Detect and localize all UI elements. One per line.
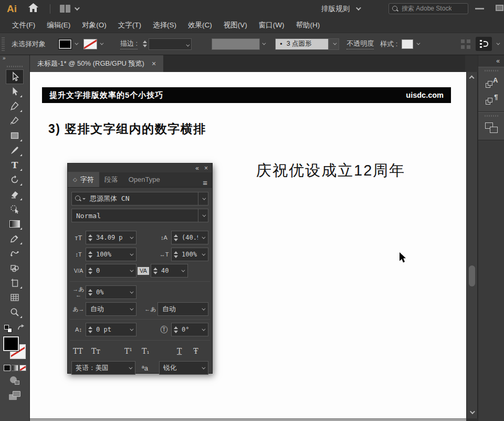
horizontal-scale-field[interactable]: 100%: [171, 248, 208, 261]
tracking-stepper[interactable]: [151, 268, 159, 274]
home-icon[interactable]: [28, 3, 38, 14]
paintbrush-tool[interactable]: [6, 143, 24, 158]
aki-right-dropdown[interactable]: 自动: [158, 302, 208, 316]
zoom-tool[interactable]: [6, 305, 24, 320]
gradient-button[interactable]: [12, 365, 18, 371]
window-minimize-button[interactable]: [475, 8, 484, 9]
horizontal-scale-dropdown-button[interactable]: [198, 248, 208, 261]
vertical-scale-dropdown-button[interactable]: [126, 248, 136, 261]
blend-tool[interactable]: [6, 246, 24, 261]
aki-left-dropdown-button[interactable]: [126, 303, 136, 315]
curvature-tool[interactable]: [6, 114, 24, 128]
control-bar-grip[interactable]: [2, 37, 5, 51]
anti-aliasing-dropdown-button[interactable]: [198, 362, 208, 374]
toolbar-grip[interactable]: [7, 66, 23, 67]
document-tab[interactable]: 未标题-1* @ 50% (RGB/GPU 预览) ×: [30, 55, 163, 72]
artboard-tool[interactable]: [6, 275, 24, 290]
fill-stroke-indicator[interactable]: [3, 336, 26, 361]
horizontal-scale-stepper[interactable]: [172, 251, 180, 258]
stroke-weight-dropdown[interactable]: [149, 38, 192, 50]
horizontal-scrollbar[interactable]: [30, 418, 466, 421]
style-swatch[interactable]: [402, 39, 413, 49]
baseline-shift-dropdown-button[interactable]: [126, 323, 136, 336]
proportional-spacing-field[interactable]: 0%: [86, 285, 136, 299]
rotate-tool[interactable]: [6, 172, 24, 187]
character-rotation-field[interactable]: 0°: [171, 323, 208, 336]
close-tab-icon[interactable]: ×: [152, 59, 156, 68]
font-size-dropdown-button[interactable]: [126, 231, 136, 244]
vertical-scrollbar[interactable]: [466, 72, 478, 418]
menu-view[interactable]: 视图(V): [218, 20, 253, 30]
eyedropper-tool[interactable]: [6, 231, 24, 246]
stroke-weight-stepper[interactable]: [141, 40, 149, 47]
gradient-tool[interactable]: [6, 217, 24, 231]
tab-opentype[interactable]: OpenType: [123, 172, 165, 187]
shape-builder-tool[interactable]: [6, 202, 24, 217]
baseline-shift-stepper[interactable]: [86, 326, 94, 333]
fill-color-control[interactable]: [58, 39, 77, 49]
tracking-field[interactable]: 40: [151, 264, 188, 278]
character-panel[interactable]: « × ◇ 字符 段落 OpenType ≡ 思源黑体 CN Normal ᴛT: [67, 163, 213, 374]
anti-aliasing-dropdown[interactable]: 锐化: [159, 361, 208, 375]
default-fill-stroke-button[interactable]: [4, 325, 12, 333]
leading-field[interactable]: (40.91: [171, 231, 208, 244]
panel-menu-icon[interactable]: ≡: [198, 178, 212, 187]
shape-tools-group[interactable]: [6, 261, 24, 275]
font-family-field[interactable]: 思源黑体 CN: [71, 192, 208, 206]
leading-stepper[interactable]: [172, 234, 180, 241]
font-size-field[interactable]: 34.09 p: [86, 231, 136, 244]
kerning-field[interactable]: 0: [86, 264, 136, 278]
menu-file[interactable]: 文件(F): [6, 20, 41, 30]
dock-collapse-button[interactable]: «: [478, 55, 504, 67]
fill-proxy-black[interactable]: [3, 336, 19, 351]
font-style-dropdown-button[interactable]: [198, 209, 208, 222]
subscript-button[interactable]: T₁: [142, 347, 150, 355]
stroke-weight-label[interactable]: 描边 :: [120, 39, 138, 49]
pen-tool[interactable]: [6, 99, 24, 114]
character-styles-panel-button[interactable]: A: [482, 75, 500, 90]
toolbar-collapse-button[interactable]: »: [0, 55, 29, 63]
tab-paragraph[interactable]: 段落: [99, 172, 123, 187]
menu-type[interactable]: 文字(T): [112, 20, 147, 30]
vertical-scale-field[interactable]: 100%: [86, 248, 136, 261]
none-button[interactable]: [19, 365, 26, 371]
tab-character[interactable]: ◇ 字符: [68, 172, 99, 187]
kerning-stepper[interactable]: [86, 268, 94, 274]
perspective-grid-tool[interactable]: [6, 290, 24, 305]
color-button[interactable]: [4, 365, 10, 371]
aki-right-dropdown-button[interactable]: [198, 303, 208, 315]
dock-group-grip[interactable]: [485, 115, 498, 117]
selection-tool[interactable]: [6, 69, 24, 84]
screen-mode-button[interactable]: [9, 391, 20, 400]
swap-fill-stroke-button[interactable]: [17, 324, 25, 333]
menu-help[interactable]: 帮助(H): [290, 20, 326, 30]
dock-group-grip[interactable]: [485, 70, 498, 71]
proportional-spacing-stepper[interactable]: [86, 289, 94, 296]
character-panel-titlebar[interactable]: « ×: [68, 163, 212, 172]
scrollbar-thumb[interactable]: [469, 265, 475, 286]
menu-window[interactable]: 窗口(W): [253, 20, 290, 30]
proportional-spacing-dropdown-button[interactable]: [126, 286, 136, 299]
brush-dropdown-button[interactable]: [329, 38, 339, 50]
artboards-panel-button[interactable]: [482, 120, 500, 136]
kerning-dropdown-button[interactable]: [126, 264, 136, 277]
character-rotation-dropdown-button[interactable]: [198, 323, 208, 336]
window-maximize-button[interactable]: [496, 5, 503, 11]
control-panel-dock-button[interactable]: [476, 37, 492, 51]
font-family-dropdown-button[interactable]: [198, 192, 208, 205]
aki-left-dropdown[interactable]: 自动: [86, 302, 136, 316]
workspace-switcher[interactable]: 排版规则: [321, 3, 360, 14]
scroll-down-icon[interactable]: [470, 409, 475, 414]
rectangle-tool[interactable]: [6, 128, 24, 143]
superscript-button[interactable]: T¹: [124, 347, 132, 355]
type-tool[interactable]: T: [6, 158, 24, 172]
menu-effect[interactable]: 效果(C): [182, 20, 218, 30]
arrange-documents-button[interactable]: [60, 5, 78, 13]
font-style-field[interactable]: Normal: [71, 209, 208, 222]
all-caps-button[interactable]: TT: [73, 347, 83, 355]
menu-object[interactable]: 对象(O): [76, 20, 112, 30]
baseline-shift-field[interactable]: 0 pt: [86, 323, 136, 336]
vertical-scale-stepper[interactable]: [86, 251, 94, 258]
draw-mode-button[interactable]: [10, 376, 19, 385]
scroll-up-icon[interactable]: [469, 76, 475, 81]
